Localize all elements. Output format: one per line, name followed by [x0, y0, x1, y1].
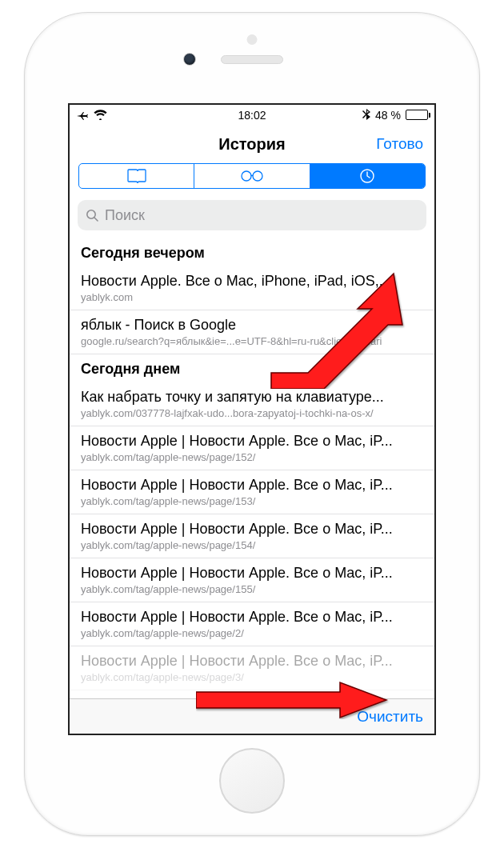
status-bar: 18:02 48 % [70, 105, 434, 125]
front-camera [183, 53, 196, 66]
history-row-title: яблык - Поиск в Google [81, 317, 423, 334]
search-input[interactable]: Поиск [78, 200, 426, 230]
history-row-title: Новости Apple | Новости Apple. Все о Mac… [81, 609, 423, 626]
tab-reading-list[interactable] [194, 164, 309, 188]
proximity-sensor [247, 34, 258, 45]
svg-point-0 [242, 171, 251, 181]
section-header: Сегодня днем [70, 354, 434, 382]
history-row-title: Новости Apple | Новости Apple. Все о Mac… [81, 521, 423, 538]
tab-bookmarks[interactable] [79, 164, 194, 188]
bottom-toolbar: Очистить [70, 698, 434, 734]
history-row-title: Новости Apple | Новости Apple. Все о Mac… [81, 433, 423, 450]
history-row-url: yablyk.com [81, 291, 423, 303]
search-placeholder: Поиск [105, 207, 145, 224]
battery-icon [406, 110, 428, 120]
svg-line-4 [94, 218, 98, 221]
history-row-url: yablyk.com/tag/apple-news/page/155/ [81, 583, 423, 595]
clear-button[interactable]: Очистить [357, 708, 423, 726]
history-row[interactable]: Новости Apple | Новости Apple. Все о Mac… [70, 514, 434, 558]
home-button[interactable] [219, 748, 285, 814]
history-row-url: yablyk.com/037778-lajfxak-udo...bora-zap… [81, 407, 423, 419]
done-button[interactable]: Готово [376, 135, 423, 153]
history-row[interactable]: Новости Apple | Новости Apple. Все о Mac… [70, 558, 434, 602]
history-row[interactable]: Новости Apple | Новости Apple. Все о Mac… [70, 426, 434, 470]
bluetooth-icon [362, 109, 370, 121]
phone-frame: 18:02 48 % История Готово [24, 12, 480, 836]
tab-history[interactable] [310, 164, 425, 188]
history-row[interactable]: Как набрать точку и запятую на клавиатур… [70, 382, 434, 426]
history-row-title: Как набрать точку и запятую на клавиатур… [81, 389, 423, 406]
status-time: 18:02 [238, 109, 266, 122]
history-row-url: yablyk.com/tag/apple-news/page/152/ [81, 451, 423, 463]
segmented-control [78, 163, 426, 189]
page-title: История [218, 135, 285, 154]
history-row[interactable]: яблык - Поиск в Google google.ru/search?… [70, 310, 434, 354]
history-row[interactable]: Новости Apple | Новости Apple. Все о Mac… [70, 470, 434, 514]
history-row[interactable]: Новости Apple | Новости Apple. Все о Mac… [70, 602, 434, 646]
wifi-icon [94, 110, 107, 120]
bookmark-icon [127, 169, 146, 183]
svg-point-1 [253, 171, 262, 181]
earpiece-speaker [221, 55, 283, 64]
airplane-mode-icon [76, 110, 89, 121]
glasses-icon [240, 170, 264, 182]
clock-icon [360, 169, 374, 183]
history-row-title: Новости Apple | Новости Apple. Все о Mac… [81, 477, 423, 494]
history-list[interactable]: Сегодня вечером Новости Apple. Все о Mac… [70, 238, 434, 698]
history-row-url: yablyk.com/tag/apple-news/page/154/ [81, 539, 423, 551]
history-row-url: yablyk.com/tag/apple-news/page/153/ [81, 495, 423, 507]
search-icon [86, 209, 98, 222]
history-row[interactable]: Новости Apple | Новости Apple. Все о Mac… [70, 646, 434, 690]
history-row-url: google.ru/search?q=яблык&ie=...e=UTF-8&h… [81, 335, 423, 347]
battery-percentage: 48 % [375, 109, 401, 122]
history-row-url: yablyk.com/tag/apple-news/page/3/ [81, 671, 423, 683]
section-header: Сегодня вечером [70, 238, 434, 266]
history-row-title: Новости Apple | Новости Apple. Все о Mac… [81, 653, 423, 670]
history-row-title: Новости Apple. Все о Mac, iPhone, iPad, … [81, 273, 423, 290]
history-row-title: Новости Apple | Новости Apple. Все о Mac… [81, 565, 423, 582]
nav-bar: История Готово [70, 125, 434, 163]
history-row[interactable]: Новости Apple. Все о Mac, iPhone, iPad, … [70, 266, 434, 310]
history-row-url: yablyk.com/tag/apple-news/page/2/ [81, 627, 423, 639]
screen: 18:02 48 % История Готово [68, 103, 436, 735]
